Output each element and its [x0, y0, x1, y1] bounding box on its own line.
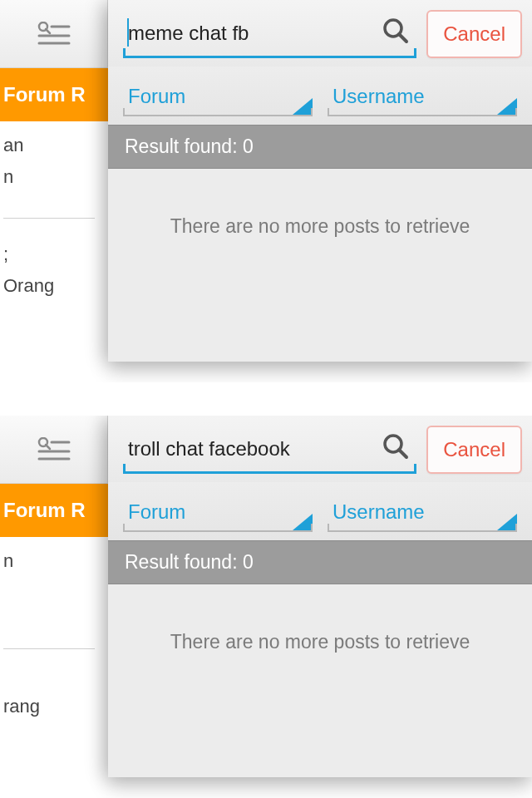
search-submit-button[interactable] — [375, 427, 416, 469]
filter-forum[interactable]: Forum — [123, 78, 313, 116]
cancel-button[interactable]: Cancel — [426, 10, 522, 58]
bg-divider — [3, 648, 95, 649]
search-submit-button[interactable] — [375, 12, 416, 53]
search-overlay: Cancel Forum Username Result found: 0 Th… — [108, 416, 532, 777]
search-input[interactable] — [123, 426, 372, 471]
cancel-button[interactable]: Cancel — [426, 426, 522, 474]
svg-line-8 — [46, 445, 50, 449]
magnifier-icon — [381, 431, 411, 465]
result-count-text: Result found: 0 — [125, 551, 254, 573]
empty-message: There are no more posts to retrieve — [108, 584, 532, 777]
result-count-bar: Result found: 0 — [108, 125, 532, 169]
search-lines-icon — [37, 22, 71, 47]
search-input[interactable] — [123, 10, 372, 56]
cancel-label: Cancel — [443, 438, 505, 461]
empty-message-text: There are no more posts to retrieve — [170, 631, 470, 653]
bg-menu-button[interactable] — [0, 0, 108, 68]
bg-divider — [3, 218, 95, 219]
result-count-bar: Result found: 0 — [108, 540, 532, 584]
dropdown-corner-icon — [293, 514, 313, 530]
search-field[interactable] — [123, 426, 416, 474]
filter-username-label: Username — [332, 500, 425, 524]
bg-menu-button[interactable] — [0, 416, 108, 484]
filter-forum-label: Forum — [128, 85, 185, 108]
dropdown-corner-icon — [497, 98, 517, 115]
text-caret — [127, 18, 129, 47]
filter-username-label: Username — [332, 85, 425, 108]
filter-row: Forum Username — [108, 482, 532, 540]
search-lines-icon — [37, 437, 71, 462]
search-field[interactable] — [123, 10, 416, 58]
cancel-label: Cancel — [443, 22, 505, 46]
bg-tab-label[interactable]: Forum R — [0, 499, 92, 522]
svg-line-13 — [399, 450, 406, 457]
result-count-text: Result found: 0 — [125, 135, 254, 157]
bg-tab-label[interactable]: Forum R — [0, 83, 92, 106]
empty-message-text: There are no more posts to retrieve — [170, 215, 470, 238]
dropdown-corner-icon — [497, 514, 517, 530]
pane-1: Forum R an n ; Orang — [0, 0, 532, 382]
pane-2: Forum R n rang Cance — [0, 416, 532, 798]
overlay-top-row: Cancel — [108, 0, 532, 66]
pane-separator — [0, 382, 532, 416]
search-overlay: Cancel Forum Username Result found: 0 Th… — [108, 0, 532, 362]
filter-username[interactable]: Username — [328, 78, 517, 116]
svg-line-1 — [46, 29, 50, 33]
filter-forum-label: Forum — [128, 500, 185, 524]
filter-username[interactable]: Username — [328, 494, 517, 532]
overlay-top-row: Cancel — [108, 416, 532, 482]
svg-line-6 — [399, 34, 406, 42]
dropdown-corner-icon — [293, 98, 313, 115]
empty-message: There are no more posts to retrieve — [108, 169, 532, 362]
filter-forum[interactable]: Forum — [123, 494, 313, 532]
magnifier-icon — [381, 16, 411, 49]
filter-row: Forum Username — [108, 66, 532, 125]
